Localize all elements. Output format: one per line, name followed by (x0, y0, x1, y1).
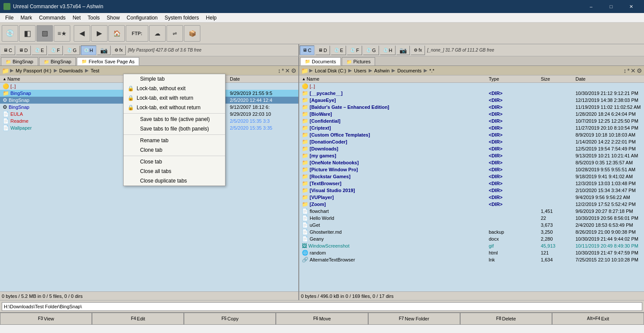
fn-f3-view[interactable]: F3 View (0, 313, 92, 325)
right-tab-documents[interactable]: 📁 Documents (300, 57, 341, 65)
right-row-random[interactable]: 🌐random html 121 10/30/2019 21:47 9:47:5… (299, 249, 644, 256)
right-row-uget[interactable]: 📄uGet 3,673 2/4/2020 18:53 6:53:49 PM (299, 222, 644, 229)
col-name-right[interactable]: ▲ Name (300, 76, 487, 82)
drive-f-right[interactable]: 💿F (347, 46, 362, 55)
menu-help[interactable]: Help (203, 14, 220, 22)
left-tab-bingsnap1[interactable]: 📁 BingSnap (1, 57, 38, 65)
right-row-vuplayer[interactable]: 📁[VUPlayer] <DIR> 9/4/2019 9:56 9:56:22 … (299, 194, 644, 201)
path-segment-ashwin[interactable]: Ashwin (373, 68, 391, 74)
left-tab-bingsnap2[interactable]: 📁 BingSnap (39, 57, 76, 65)
right-row-picwindow[interactable]: 📁[Picture Window Pro] <DIR> 10/28/2019 9… (299, 166, 644, 173)
right-row-mygames[interactable]: 📁[my games] <DIR> 9/13/2019 10:21 10:21:… (299, 152, 644, 159)
left-tab-firefox[interactable]: 📁 Firefox Save Page As (77, 57, 139, 65)
right-file-list[interactable]: 🟡[..] 📁[__pycache__] <DIR> 10/30/2019 21… (299, 83, 644, 291)
ctx-lock-exit-no-return[interactable]: 🔒 Lock-tab, exit without return (124, 103, 225, 112)
menu-file[interactable]: File (2, 14, 17, 22)
drive-fx-right[interactable]: ⚙ fx (411, 46, 425, 55)
path-segment-downloads[interactable]: Downloads (58, 68, 84, 74)
drive-d-right[interactable]: 🖥D (315, 46, 330, 55)
right-row-vs2019[interactable]: 📁[Visual Studio 2019] <DIR> 2/10/2020 15… (299, 187, 644, 194)
menu-mark[interactable]: Mark (17, 14, 36, 22)
tb-bookmark-button[interactable]: ≡★ (54, 25, 70, 42)
path-segment-c[interactable]: Local Disk (C:) (314, 68, 347, 74)
tb-disk-button[interactable]: 💿 (2, 25, 18, 42)
path-sort-icon[interactable]: ↕ (278, 67, 281, 74)
path-segment-wildcard[interactable]: *.* (428, 68, 436, 74)
close-button[interactable]: ✕ (621, 0, 641, 13)
menu-configuration[interactable]: Configuration (123, 14, 161, 22)
right-row-alternatetextbrowser[interactable]: 🔗AlternateTextBrowser lnk 1,634 7/25/201… (299, 256, 644, 263)
path-settings-icon-r[interactable]: ⚙ (637, 67, 642, 74)
ctx-clone-tab[interactable]: Clone tab (124, 145, 225, 155)
right-row-rockstar[interactable]: 📁[Rockstar Games] <DIR> 9/18/2019 9:41 9… (299, 173, 644, 180)
fn-f7-newfolder[interactable]: F7 New Folder (368, 313, 460, 325)
drive-e-left[interactable]: 💿E (32, 46, 47, 55)
right-row-windowscreenshot[interactable]: 🖼WindowScreenshot gif 45,913 10/11/2019 … (299, 242, 644, 249)
right-row-donationcoder[interactable]: 📁[DonationCoder] <DIR> 1/14/2020 14:22 2… (299, 138, 644, 145)
tb-cloud-button[interactable]: ☁ (149, 25, 166, 42)
path-close-icon-r[interactable]: ✕ (631, 67, 636, 74)
right-row-flowchart[interactable]: 📄flowchart 1,451 9/6/2019 20:27 8:27:18 … (299, 208, 644, 215)
drive-c-left[interactable]: 🖥C (0, 46, 15, 55)
right-row-custom-office[interactable]: 📁[Custom Office Templates] <DIR> 8/9/201… (299, 131, 644, 138)
drive-cam-right[interactable]: 📷 (396, 46, 410, 55)
ctx-lock-exit-return[interactable]: 🔒 Lock-tab, exit with return (124, 93, 225, 103)
ctx-close-tab[interactable]: Close tab (124, 157, 225, 166)
fn-f5-copy[interactable]: F5 Copy (184, 313, 276, 325)
path-filter-icon-r[interactable]: * (628, 67, 630, 74)
maximize-button[interactable]: □ (602, 0, 621, 13)
drive-cam-left[interactable]: 📷 (97, 46, 111, 55)
right-row-bioware[interactable]: 📁[BioWare] <DIR> 1/28/2020 18:24 6:24:04… (299, 111, 644, 118)
menu-net[interactable]: Net (69, 14, 84, 22)
ctx-close-duplicate[interactable]: Close duplicate tabs (124, 176, 225, 186)
path-segment-users[interactable]: Users (353, 68, 368, 74)
path-settings-icon[interactable]: ⚙ (291, 67, 297, 74)
fn-f4-edit[interactable]: F4 Edit (92, 313, 184, 325)
drive-g-right[interactable]: 💿G (363, 46, 379, 55)
cmd-input[interactable] (2, 302, 642, 311)
right-row-onenote[interactable]: 📁[OneNote Notebooks] <DIR> 8/5/2019 0:35… (299, 159, 644, 166)
right-tab-pictures[interactable]: 📁 Pictures (342, 57, 376, 65)
drive-f-left[interactable]: 💿F (48, 46, 63, 55)
menu-show[interactable]: Show (103, 14, 123, 22)
tb-home-button[interactable]: 🏠 (108, 25, 125, 42)
tb-ftp-button[interactable]: FTP: (126, 25, 148, 42)
col-type-right[interactable]: Type (487, 76, 539, 82)
path-sort-icon-r[interactable]: ↕ (624, 67, 627, 74)
col-date-right[interactable]: Date (574, 76, 643, 82)
drive-c-right[interactable]: 🖥C (300, 46, 314, 55)
drive-g-left[interactable]: 💿G (64, 46, 80, 55)
drive-h-right[interactable]: 💿H (380, 46, 396, 55)
right-row-textbrowser[interactable]: 📁[TextBrowser] <DIR> 12/3/2019 13:03 1:0… (299, 180, 644, 187)
path-filter-icon[interactable]: * (282, 67, 284, 74)
path-segment-h[interactable]: My Passport (H:) (14, 68, 53, 74)
right-row-pycache[interactable]: 📁[__pycache__] <DIR> 10/30/2019 21:12 9:… (299, 90, 644, 97)
right-row-zoom[interactable]: 📁[Zoom] <DIR> 12/2/2019 17:52 5:52:42 PM (299, 201, 644, 208)
fn-f8-delete[interactable]: F8 Delete (460, 313, 552, 325)
menu-tools[interactable]: Tools (84, 14, 103, 22)
col-date-left[interactable]: Date (228, 76, 297, 82)
right-row-baldurs[interactable]: 📁[Baldur's Gate – Enhanced Edition] <DIR… (299, 104, 644, 111)
right-row-helloworld[interactable]: 📄Hello World 22 10/30/2019 20:56 8:56:01… (299, 215, 644, 222)
ctx-rename-tab[interactable]: Rename tab (124, 136, 225, 145)
drive-e-right[interactable]: 💿E (331, 46, 346, 55)
path-segment-test[interactable]: Test (89, 68, 101, 74)
right-row-downloads[interactable]: 📁[Downloads] <DIR> 12/5/2019 19:54 7:54:… (299, 145, 644, 152)
menu-system-folders[interactable]: System folders (161, 14, 203, 22)
path-close-icon[interactable]: ✕ (285, 67, 290, 74)
right-row-geany[interactable]: 📄Geany docx 2,280 10/30/2019 21:44 9:44:… (299, 235, 644, 242)
tb-view-button[interactable]: ◧ (19, 25, 36, 42)
ctx-lock-no-exit[interactable]: 🔒 Lock-tab, without exit (124, 84, 225, 93)
right-file-row-parent[interactable]: 🟡[..] (299, 83, 644, 90)
fn-f6-move[interactable]: F6 Move (276, 313, 368, 325)
tb-sync-button[interactable]: ⇌ (167, 25, 183, 42)
tb-panel-button[interactable]: ▨ (36, 25, 53, 42)
ctx-save-active[interactable]: Save tabs to file (active panel) (124, 114, 225, 124)
right-row-criptext[interactable]: 📁[Criptext] <DIR> 11/27/2019 20:10 8:10:… (299, 124, 644, 131)
menu-commands[interactable]: Commands (36, 14, 69, 22)
path-segment-documents[interactable]: Documents (396, 68, 423, 74)
col-size-right[interactable]: Size (539, 76, 574, 82)
fn-altf4-exit[interactable]: Alt+F4 Exit (552, 313, 644, 325)
tb-archive-button[interactable]: 📦 (184, 25, 200, 42)
tb-back-button[interactable]: ◀ (74, 25, 90, 42)
